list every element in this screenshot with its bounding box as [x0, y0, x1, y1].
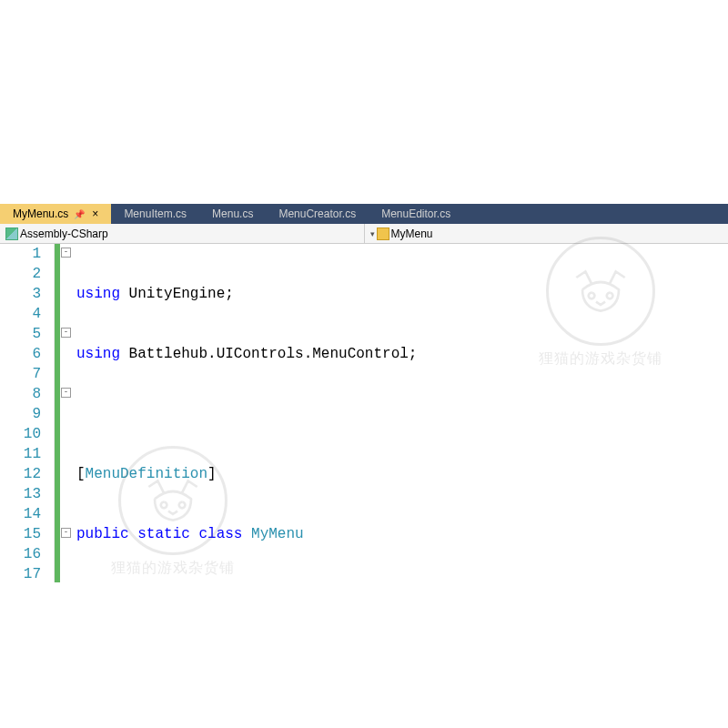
line-number: 3: [0, 284, 41, 304]
tab-menucreator[interactable]: MenuCreator.cs: [266, 204, 369, 224]
fold-toggle[interactable]: -: [61, 528, 71, 538]
fold-toggle[interactable]: -: [61, 388, 71, 398]
navigation-bar: Assembly-CSharp ▾ MyMenu: [0, 224, 728, 244]
line-number: 8: [0, 384, 41, 404]
line-number: 9: [0, 404, 41, 424]
tab-bar: MyMenu.cs 📌 × MenuItem.cs Menu.cs MenuCr…: [0, 204, 728, 224]
line-number: 16: [0, 544, 41, 564]
fold-toggle[interactable]: -: [61, 248, 71, 258]
member-dropdown[interactable]: ▾ MyMenu: [365, 224, 729, 243]
line-number: 13: [0, 484, 41, 504]
tab-label: MenuEditor.cs: [381, 207, 450, 220]
line-number: 14: [0, 504, 41, 524]
line-number-gutter: 12345678910111213141516171819: [0, 244, 55, 582]
line-number: 7: [0, 364, 41, 384]
assembly-icon: [5, 228, 18, 240]
tab-mymenu[interactable]: MyMenu.cs 📌 ×: [0, 204, 111, 224]
code-content[interactable]: using UnityEngine; using Battlehub.UICon…: [73, 244, 728, 582]
line-number: 6: [0, 344, 41, 364]
line-number: 17: [0, 564, 41, 582]
fold-gutter: - - - -: [60, 244, 73, 582]
scope-dropdown[interactable]: Assembly-CSharp: [0, 224, 365, 243]
tab-label: MenuCreator.cs: [278, 207, 356, 220]
line-number: 12: [0, 464, 41, 484]
line-number: 10: [0, 424, 41, 444]
fold-toggle[interactable]: -: [61, 328, 71, 338]
close-icon[interactable]: ×: [92, 207, 98, 220]
tab-label: MenuItem.cs: [124, 207, 187, 220]
member-label: MyMenu: [391, 228, 433, 240]
line-number: 5: [0, 324, 41, 344]
line-number: 2: [0, 264, 41, 284]
tab-menueditor[interactable]: MenuEditor.cs: [369, 204, 463, 224]
chevron-down-icon: ▾: [370, 229, 375, 238]
tab-menu[interactable]: Menu.cs: [199, 204, 266, 224]
line-number: 11: [0, 444, 41, 464]
line-number: 15: [0, 524, 41, 544]
tab-label: MyMenu.cs: [13, 207, 68, 220]
pin-icon[interactable]: 📌: [74, 209, 85, 219]
tab-label: Menu.cs: [212, 207, 253, 220]
line-number: 4: [0, 304, 41, 324]
class-icon: [377, 228, 389, 240]
code-area[interactable]: 12345678910111213141516171819 - - - - us…: [0, 244, 728, 582]
scope-label: Assembly-CSharp: [20, 228, 108, 240]
line-number: 1: [0, 244, 41, 264]
tab-menuitem[interactable]: MenuItem.cs: [111, 204, 199, 224]
code-editor: MyMenu.cs 📌 × MenuItem.cs Menu.cs MenuCr…: [0, 204, 728, 582]
